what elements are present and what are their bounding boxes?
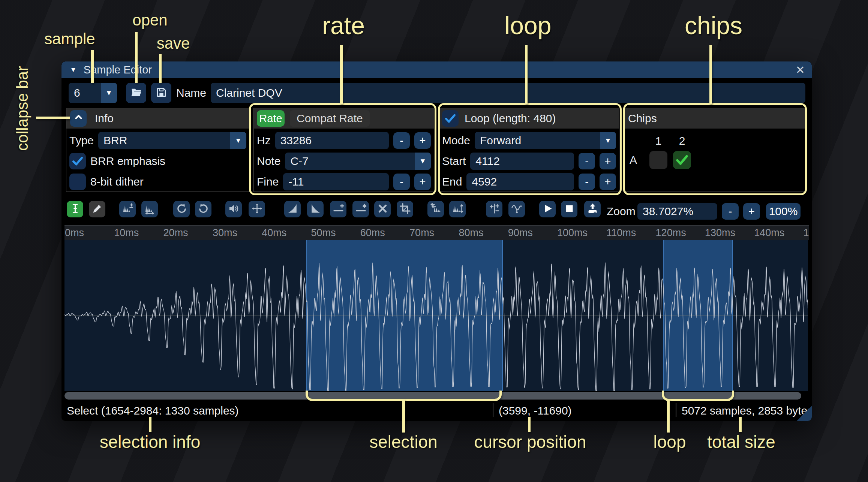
speaker-icon bbox=[228, 203, 240, 216]
folder-open-icon bbox=[130, 87, 142, 100]
screenshot-stage: ▼ Sample Editor ✕ 6 ▼ Name Clarinet DQV … bbox=[0, 0, 868, 482]
type-value: BRR bbox=[98, 134, 127, 147]
open-sample-button[interactable] bbox=[126, 83, 146, 103]
timeline-label: 120ms bbox=[656, 226, 686, 240]
annotation-bracket-loop bbox=[662, 391, 734, 401]
info-panel: Info Type BRR ▼ BRR emphasis 8-bit dithe… bbox=[66, 108, 250, 192]
annotation-sample: sample bbox=[44, 30, 95, 48]
edit-mode-select-button[interactable] bbox=[67, 201, 83, 217]
preview-button[interactable] bbox=[539, 201, 556, 217]
normalize-button[interactable] bbox=[249, 201, 265, 217]
filter-icon bbox=[511, 203, 523, 216]
chevron-down-icon[interactable]: ▼ bbox=[230, 132, 246, 149]
annotation-line-cursor-position bbox=[528, 417, 531, 432]
zoom-reset-button[interactable]: 100% bbox=[766, 203, 801, 220]
annotation-line-sample bbox=[91, 50, 94, 83]
sample-name-input[interactable]: Clarinet DQV bbox=[211, 83, 805, 103]
insert-silence-button[interactable] bbox=[330, 201, 346, 217]
type-dropdown[interactable]: BRR ▼ bbox=[98, 132, 246, 149]
brr-emphasis-checkbox[interactable] bbox=[69, 153, 86, 169]
annotation-line-save bbox=[159, 54, 162, 83]
ibeam-icon bbox=[69, 203, 81, 216]
fade-in-button[interactable] bbox=[284, 201, 301, 217]
delete-button[interactable] bbox=[374, 201, 391, 217]
annotation-line-chips bbox=[709, 45, 712, 104]
annotation-outline-loop bbox=[438, 103, 622, 195]
save-icon bbox=[156, 87, 167, 100]
apply-silence-button[interactable] bbox=[352, 201, 369, 217]
timeline-label: 10ms bbox=[114, 226, 139, 240]
8bit-dither-label: 8-bit dither bbox=[90, 175, 144, 188]
info-panel-header: Info bbox=[66, 108, 249, 129]
sample-number-dropdown[interactable]: 6 ▼ bbox=[69, 83, 117, 103]
filter-button[interactable] bbox=[508, 201, 525, 217]
timeline-label: 50ms bbox=[311, 226, 336, 240]
status-separator bbox=[493, 403, 493, 417]
annotation-selection-info: selection info bbox=[100, 432, 201, 452]
wave-invert-icon bbox=[452, 203, 463, 216]
collapse-bar-button[interactable] bbox=[70, 110, 87, 127]
fade-out-button[interactable] bbox=[307, 201, 324, 217]
type-label: Type bbox=[69, 134, 94, 147]
annotation-collapse-bar: collapse bar bbox=[13, 66, 31, 151]
title-bar[interactable]: ▼ Sample Editor ✕ bbox=[61, 61, 812, 78]
annotation-line-selection-info bbox=[149, 417, 151, 432]
edit-mode-draw-button[interactable] bbox=[89, 201, 105, 217]
name-label: Name bbox=[176, 78, 206, 108]
brr-emphasis-label: BRR emphasis bbox=[90, 155, 165, 168]
selection-info-status: Select (1654-2984: 1330 samples) bbox=[67, 400, 239, 421]
undo-button[interactable] bbox=[173, 201, 190, 217]
timeline-label: 40ms bbox=[262, 226, 286, 240]
timeline-label: 60ms bbox=[360, 226, 385, 240]
8bit-dither-checkbox[interactable] bbox=[69, 174, 86, 190]
window-collapse-icon[interactable]: ▼ bbox=[70, 66, 77, 74]
timeline-label: 0ms bbox=[65, 226, 84, 240]
timeline-label: 70ms bbox=[409, 226, 434, 240]
reverse-button[interactable] bbox=[427, 201, 444, 217]
play-icon bbox=[542, 203, 553, 216]
timeline-label: 150ms bbox=[804, 226, 809, 240]
timeline-label: 90ms bbox=[508, 226, 533, 240]
annotation-line-selection bbox=[402, 400, 405, 433]
save-sample-button[interactable] bbox=[151, 83, 171, 103]
annotation-selection: selection bbox=[369, 432, 438, 452]
arrows-out-icon bbox=[251, 203, 263, 216]
annotation-line-loop-bracket bbox=[667, 400, 670, 433]
timeline-label: 110ms bbox=[606, 226, 636, 240]
redo-icon bbox=[198, 203, 209, 216]
undo-icon bbox=[176, 203, 187, 216]
window-title: Sample Editor bbox=[84, 64, 152, 76]
invert-button[interactable] bbox=[449, 201, 466, 217]
annotation-line-rate bbox=[340, 45, 343, 104]
stop-preview-button[interactable] bbox=[561, 201, 577, 217]
annotation-outline-rate bbox=[249, 103, 436, 195]
timeline-label: 140ms bbox=[754, 226, 784, 240]
timeline-ruler[interactable]: 0ms10ms20ms30ms40ms50ms60ms70ms80ms90ms1… bbox=[64, 225, 809, 240]
cursor-position-status: (3599, -11690) bbox=[499, 400, 572, 421]
trim-button[interactable] bbox=[397, 201, 413, 217]
stretch-button[interactable] bbox=[141, 201, 158, 217]
upload-icon bbox=[587, 203, 598, 216]
redo-button[interactable] bbox=[195, 201, 211, 217]
zoom-out-button[interactable]: - bbox=[722, 203, 739, 220]
wave-plus-icon bbox=[122, 203, 133, 216]
copy-to-wavetable-button[interactable] bbox=[584, 201, 601, 217]
sign-icon bbox=[489, 203, 500, 216]
annotation-line-open bbox=[135, 32, 138, 83]
waveform-canvas[interactable] bbox=[64, 240, 808, 391]
fade-out-icon bbox=[310, 203, 321, 216]
zoom-value-input[interactable]: 38.7027% bbox=[637, 203, 717, 220]
annotation-cursor-position: cursor position bbox=[474, 432, 586, 452]
annotation-chips: chips bbox=[685, 11, 742, 40]
sample-toolbar: Zoom 38.7027% - + 100% bbox=[61, 198, 812, 225]
resample-button[interactable] bbox=[119, 201, 136, 217]
chevron-down-icon[interactable]: ▼ bbox=[101, 83, 117, 103]
amplify-button[interactable] bbox=[225, 201, 242, 217]
annotation-loop: loop bbox=[505, 11, 552, 40]
convert-sign-button[interactable] bbox=[486, 201, 502, 217]
fade-in-icon bbox=[287, 203, 298, 216]
total-size-status: 5072 samples, 2853 bytes bbox=[682, 400, 812, 421]
zoom-in-button[interactable]: + bbox=[743, 203, 760, 220]
close-icon[interactable]: ✕ bbox=[796, 63, 805, 76]
timeline-label: 30ms bbox=[213, 226, 237, 240]
